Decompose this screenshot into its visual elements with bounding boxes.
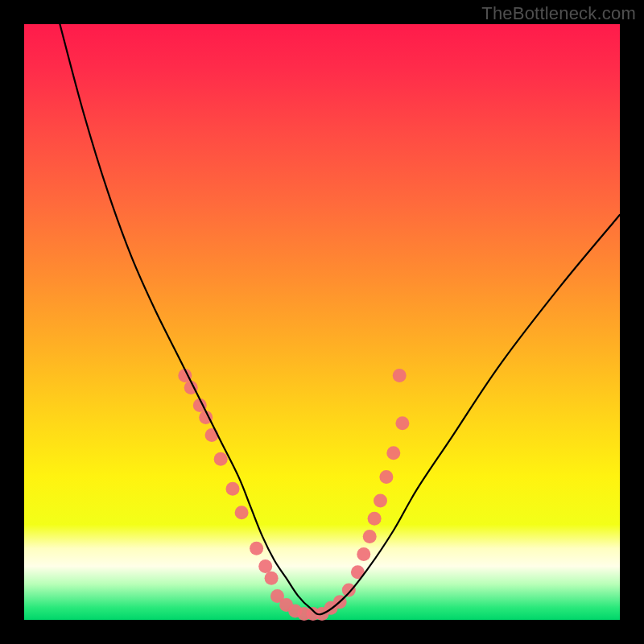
data-point	[393, 369, 407, 382]
data-point	[386, 446, 400, 460]
data-point	[395, 416, 409, 430]
watermark-text: TheBottleneck.com	[481, 3, 636, 24]
data-point	[205, 428, 219, 442]
data-point	[226, 482, 240, 496]
marker-layer	[178, 369, 409, 621]
chart-frame: TheBottleneck.com	[0, 0, 644, 644]
data-point	[258, 559, 272, 573]
data-point	[379, 470, 393, 484]
data-point	[250, 542, 263, 555]
data-point	[342, 584, 356, 597]
plot-area	[24, 24, 620, 620]
data-point	[265, 572, 279, 585]
data-point	[368, 512, 382, 526]
data-point	[363, 530, 377, 543]
chart-svg	[24, 24, 620, 620]
data-point	[235, 506, 249, 519]
data-point	[374, 494, 387, 508]
data-point	[357, 547, 370, 561]
data-point	[214, 452, 228, 466]
curve-path	[60, 24, 620, 614]
